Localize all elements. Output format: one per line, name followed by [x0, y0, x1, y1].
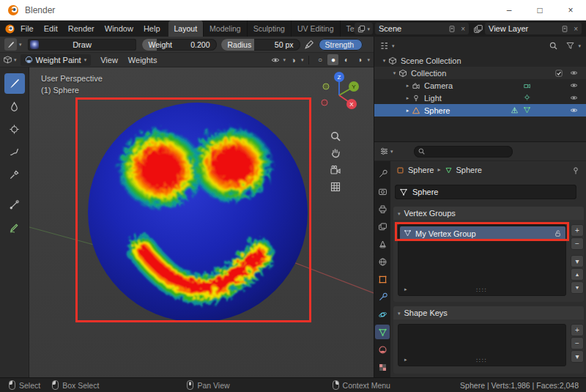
tool-smear[interactable]	[4, 141, 25, 162]
shape-keys-panel-header[interactable]: ▾ Shape Keys	[393, 306, 584, 319]
tab-output[interactable]	[375, 201, 390, 216]
tool-gradient[interactable]	[4, 194, 25, 215]
light-data-icon[interactable]	[523, 94, 531, 102]
navigation-gizmo[interactable]: Z Y X	[315, 69, 363, 116]
brush-datablock-field[interactable]: Draw	[28, 39, 136, 51]
camera-data-icon[interactable]	[523, 81, 531, 89]
menu-view[interactable]: View	[95, 56, 123, 64]
tab-layout[interactable]: Layout	[168, 21, 204, 37]
editor-type-button[interactable]: ▾	[3, 55, 17, 64]
brush-type-button[interactable]: ▾	[4, 38, 22, 51]
object-breadcrumb-icon[interactable]	[396, 166, 404, 174]
shape-key-specials-button[interactable]: ▾	[571, 350, 584, 363]
vertex-group-move-up-button[interactable]: ▲	[571, 268, 584, 281]
shape-key-remove-button[interactable]: −	[571, 337, 584, 350]
maximize-button[interactable]: □	[524, 0, 555, 20]
expander-icon[interactable]: ▾	[390, 70, 398, 76]
shading-material-button[interactable]: ◐	[341, 54, 352, 65]
tab-modifiers[interactable]	[375, 289, 390, 304]
expander-icon[interactable]: ▸	[404, 95, 412, 101]
eye-icon[interactable]	[569, 106, 579, 114]
vertex-group-add-button[interactable]: +	[571, 224, 584, 237]
list-resize-grip[interactable]: ∷∷	[476, 357, 487, 364]
tab-object[interactable]	[375, 272, 390, 286]
expander-icon[interactable]: ▸	[404, 108, 412, 114]
pin-icon[interactable]	[571, 166, 580, 175]
shading-rendered-button[interactable]: ◑	[354, 54, 365, 65]
vertex-group-specials-button[interactable]: ▾	[571, 255, 584, 267]
view-layer-field[interactable]: View Layer ×	[485, 23, 582, 34]
list-filter-expander-icon[interactable]: ▸	[404, 357, 407, 363]
tool-blur[interactable]	[4, 96, 25, 117]
collection-checkbox-icon[interactable]	[555, 69, 563, 78]
lock-icon[interactable]	[554, 229, 562, 237]
tab-physics[interactable]	[375, 307, 390, 322]
breadcrumb-object-name[interactable]: Sphere	[408, 166, 434, 174]
remove-view-layer-icon[interactable]: ×	[574, 25, 578, 33]
tab-material[interactable]	[375, 342, 390, 357]
filter-funnel-icon[interactable]	[565, 41, 575, 51]
tab-uv-editing[interactable]: UV Editing	[292, 21, 341, 37]
tab-scene[interactable]	[375, 237, 390, 251]
tab-modeling[interactable]: Modeling	[204, 21, 248, 37]
close-button[interactable]: ×	[555, 0, 586, 20]
shape-key-add-button[interactable]: +	[571, 324, 584, 336]
outliner-row-collection[interactable]: ▾ Collection	[374, 67, 586, 79]
vertex-group-data-icon[interactable]	[523, 106, 531, 114]
outliner-row-scene-collection[interactable]: ▾ Scene Collection	[374, 54, 586, 67]
vertex-group-move-down-button[interactable]: ▼	[571, 281, 584, 294]
expander-icon[interactable]: ▾	[380, 58, 388, 64]
tab-render[interactable]	[375, 184, 390, 199]
breadcrumb-data-name[interactable]: Sphere	[456, 166, 482, 174]
viewport-canvas[interactable]: User Perspective (1) Sphere Z Y	[29, 67, 374, 377]
vertex-groups-list[interactable]: My Vertex Group ▸ ∷∷	[398, 224, 566, 296]
shape-keys-list[interactable]: ▸ ∷∷	[398, 324, 566, 366]
tab-tool[interactable]	[375, 166, 390, 181]
strength-slider[interactable]: Strength	[319, 39, 363, 51]
menu-weights[interactable]: Weights	[123, 56, 163, 64]
menu-window[interactable]: Window	[100, 21, 138, 37]
shading-solid-button[interactable]: ●	[327, 54, 338, 65]
radius-slider[interactable]: Radius 50 px	[221, 39, 300, 51]
tab-texture-paint[interactable]: Texture Paint	[341, 21, 355, 37]
properties-search-input[interactable]	[414, 146, 513, 158]
list-resize-grip[interactable]: ∷∷	[476, 286, 487, 294]
panel-expand-icon[interactable]: ▾	[398, 211, 401, 216]
tab-world[interactable]	[375, 254, 390, 269]
menu-file[interactable]: File	[15, 21, 39, 37]
zoom-icon[interactable]	[330, 130, 341, 142]
outliner-row-camera[interactable]: ▸ Camera	[374, 79, 586, 92]
outliner-row-light[interactable]: ▸ Light	[374, 92, 586, 104]
pan-hand-icon[interactable]	[330, 147, 341, 159]
tab-object-data[interactable]	[375, 325, 390, 339]
view-layer-icon[interactable]	[473, 24, 483, 34]
eye-icon[interactable]	[569, 94, 579, 102]
vertex-group-remove-button[interactable]: −	[571, 237, 584, 250]
tab-texture[interactable]	[375, 360, 390, 374]
tool-average[interactable]	[4, 119, 25, 139]
new-view-layer-icon[interactable]	[561, 25, 568, 33]
outliner-display-mode-icon[interactable]	[379, 41, 389, 51]
blender-menu-icon[interactable]	[4, 23, 15, 34]
menu-help[interactable]: Help	[138, 21, 166, 37]
vertex-group-item[interactable]: My Vertex Group	[400, 226, 565, 240]
mesh-data-breadcrumb-icon[interactable]	[445, 166, 453, 174]
overlays-eye-icon[interactable]	[270, 56, 281, 64]
expander-icon[interactable]: ▸	[404, 83, 412, 89]
panel-expand-icon[interactable]: ▾	[398, 311, 401, 316]
search-icon[interactable]	[549, 41, 558, 51]
scene-name-field[interactable]: Scene ×	[375, 23, 469, 34]
scene-browse-button[interactable]: ▾	[355, 23, 373, 34]
toggle-grid-icon[interactable]	[330, 181, 341, 193]
eye-icon[interactable]	[569, 81, 579, 89]
mesh-data-icon[interactable]	[511, 106, 519, 114]
shading-wireframe-button[interactable]: ○	[314, 54, 325, 65]
mesh-name-field[interactable]: Sphere	[395, 185, 576, 199]
eye-icon[interactable]	[569, 69, 579, 77]
list-filter-expander-icon[interactable]: ▸	[404, 286, 407, 292]
menu-edit[interactable]: Edit	[39, 21, 63, 37]
tool-annotate[interactable]	[4, 217, 25, 237]
new-scene-icon[interactable]	[448, 25, 456, 33]
camera-view-icon[interactable]	[330, 164, 341, 176]
weight-slider[interactable]: Weight 0.200	[142, 39, 217, 51]
